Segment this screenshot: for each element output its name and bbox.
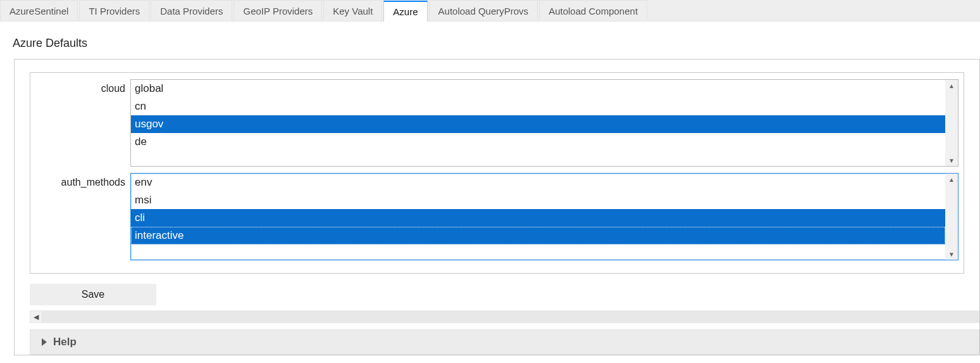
option-auth-interactive[interactable]: interactive <box>131 227 945 245</box>
option-cloud-usgov[interactable]: usgov <box>131 115 945 133</box>
listbox-cloud-options: global cn usgov de <box>131 80 945 166</box>
tab-label: Azure <box>393 6 418 17</box>
scroll-down-icon[interactable]: ▼ <box>945 248 958 260</box>
scroll-up-icon[interactable]: ▲ <box>945 80 958 91</box>
save-button[interactable]: Save <box>30 284 156 305</box>
option-auth-cli[interactable]: cli <box>131 209 945 227</box>
scroll-track[interactable] <box>42 310 979 323</box>
tab-label: Data Providers <box>160 6 223 16</box>
tab-label: Autoload QueryProvs <box>438 6 529 16</box>
tab-ti-providers[interactable]: TI Providers <box>79 0 149 21</box>
scrollbar-cloud[interactable]: ▲ ▼ <box>945 80 958 166</box>
triangle-right-icon <box>42 338 47 346</box>
tab-data-providers[interactable]: Data Providers <box>151 0 232 21</box>
tab-bar: AzureSentinel TI Providers Data Provider… <box>0 0 980 22</box>
settings-panel: cloud global cn usgov de ▲ ▼ auth_method… <box>14 59 980 355</box>
tab-azure-sentinel[interactable]: AzureSentinel <box>0 0 78 21</box>
tab-label: AzureSentinel <box>9 6 68 16</box>
row-auth-methods: auth_methods env msi cli interactive ▲ ▼ <box>35 173 958 260</box>
option-auth-msi[interactable]: msi <box>131 191 945 209</box>
tab-autoload-component[interactable]: Autoload Component <box>539 0 647 21</box>
option-auth-env[interactable]: env <box>131 174 945 191</box>
tab-label: Key Vault <box>333 6 373 16</box>
tab-autoload-queryprovs[interactable]: Autoload QueryProvs <box>429 0 538 21</box>
scroll-down-icon[interactable]: ▼ <box>945 155 958 166</box>
tab-azure[interactable]: Azure <box>383 1 427 22</box>
help-accordion[interactable]: Help <box>30 329 979 355</box>
section-title: Azure Defaults <box>0 22 980 59</box>
settings-form: cloud global cn usgov de ▲ ▼ auth_method… <box>30 72 964 274</box>
tab-label: GeoIP Providers <box>243 6 313 16</box>
listbox-auth-methods-options: env msi cli interactive <box>131 174 945 260</box>
tab-geoip-providers[interactable]: GeoIP Providers <box>233 0 322 21</box>
listbox-auth-methods[interactable]: env msi cli interactive ▲ ▼ <box>130 173 958 260</box>
option-cloud-global[interactable]: global <box>131 80 945 98</box>
help-label: Help <box>53 336 77 348</box>
scroll-left-icon[interactable]: ◀ <box>30 310 42 323</box>
horizontal-scrollbar[interactable]: ◀ <box>30 310 979 323</box>
label-auth-methods: auth_methods <box>35 173 130 188</box>
option-cloud-de[interactable]: de <box>131 133 945 151</box>
row-cloud: cloud global cn usgov de ▲ ▼ <box>35 79 958 167</box>
label-cloud: cloud <box>35 79 130 94</box>
option-cloud-cn[interactable]: cn <box>131 98 945 115</box>
scrollbar-auth-methods[interactable]: ▲ ▼ <box>945 174 958 260</box>
scroll-up-icon[interactable]: ▲ <box>945 174 958 185</box>
listbox-cloud[interactable]: global cn usgov de ▲ ▼ <box>130 79 958 167</box>
tab-label: Autoload Component <box>549 6 638 16</box>
tab-key-vault[interactable]: Key Vault <box>323 0 382 21</box>
tab-label: TI Providers <box>89 6 140 16</box>
